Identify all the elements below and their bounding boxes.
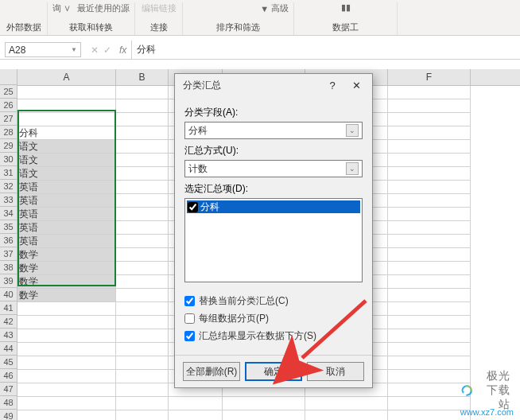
cell[interactable] <box>17 370 115 383</box>
pagebreak-checkbox[interactable] <box>184 313 195 324</box>
row-header[interactable]: 38 <box>0 261 17 274</box>
cell[interactable] <box>388 167 470 181</box>
fx-label[interactable]: fx <box>114 41 131 59</box>
field-select[interactable]: 分科 ⌄ <box>184 122 363 139</box>
cell[interactable] <box>116 99 168 113</box>
cell[interactable] <box>17 397 115 410</box>
cell[interactable] <box>305 410 387 420</box>
cell[interactable] <box>388 329 470 343</box>
ribbon-query-btn[interactable]: 询 ∨ <box>52 2 71 14</box>
cell[interactable]: 英语 <box>17 181 115 194</box>
method-select[interactable]: 计数 ⌄ <box>184 160 363 177</box>
cell[interactable]: 语文 <box>17 140 115 154</box>
cell[interactable] <box>388 302 470 316</box>
cell[interactable]: 数学 <box>17 248 115 262</box>
dialog-close-button[interactable]: ✕ <box>345 80 367 91</box>
cell[interactable] <box>116 126 168 140</box>
cell[interactable] <box>116 167 168 181</box>
cell[interactable] <box>17 316 115 329</box>
cell[interactable]: 数学 <box>17 275 115 289</box>
cancel-button[interactable]: 取消 <box>307 362 364 381</box>
row-header[interactable]: 26 <box>0 99 17 112</box>
row-header[interactable]: 40 <box>0 288 17 301</box>
cell[interactable]: 语文 <box>17 154 115 167</box>
cell[interactable] <box>388 275 470 289</box>
cell[interactable] <box>116 235 168 248</box>
cell[interactable] <box>388 140 470 154</box>
cell[interactable] <box>116 181 168 194</box>
col-header-B[interactable]: B <box>116 69 169 85</box>
cell[interactable] <box>388 410 470 420</box>
ribbon-external-data[interactable]: 外部数据 <box>6 21 41 33</box>
row-header[interactable]: 43 <box>0 329 17 342</box>
cell[interactable]: 英语 <box>17 235 115 248</box>
cell[interactable] <box>388 208 470 221</box>
cell[interactable] <box>388 126 470 140</box>
cell[interactable] <box>116 410 168 420</box>
select-all-corner[interactable] <box>0 69 17 85</box>
replace-checkbox[interactable] <box>184 296 195 306</box>
replace-checkbox-row[interactable]: 替换当前分类汇总(C) <box>184 294 363 308</box>
cell[interactable] <box>388 356 470 370</box>
cell[interactable] <box>388 154 470 167</box>
cell[interactable] <box>388 113 470 126</box>
cell[interactable] <box>169 410 222 420</box>
cell[interactable] <box>17 383 115 397</box>
ok-button[interactable]: 确定 <box>245 362 302 381</box>
name-box[interactable]: A28 ▼ <box>5 42 81 57</box>
row-header[interactable]: 29 <box>0 139 17 153</box>
cell[interactable]: 数学 <box>17 289 115 302</box>
col-header-F[interactable]: F <box>388 69 471 85</box>
cell[interactable] <box>388 86 470 99</box>
cell[interactable] <box>116 329 168 343</box>
cell[interactable] <box>388 99 470 113</box>
cell[interactable] <box>17 113 115 126</box>
cell[interactable] <box>169 397 222 410</box>
ribbon-recent-sources-btn[interactable]: 最近使用的源 <box>77 2 130 14</box>
item-checkbox[interactable] <box>188 202 198 212</box>
cell[interactable] <box>116 262 168 275</box>
cell[interactable] <box>17 329 115 343</box>
cell[interactable] <box>116 248 168 262</box>
cell[interactable] <box>17 99 115 113</box>
row-header[interactable]: 37 <box>0 247 17 261</box>
row-header[interactable]: 44 <box>0 342 17 356</box>
ribbon-edit-links-btn[interactable]: 编辑链接 <box>142 2 177 14</box>
cell[interactable] <box>116 397 168 410</box>
columns-icon[interactable]: ▮▮ <box>341 2 351 13</box>
row-header[interactable]: 28 <box>0 126 17 139</box>
cell[interactable] <box>388 194 470 208</box>
dialog-titlebar[interactable]: 分类汇总 ? ✕ <box>175 74 372 96</box>
cell[interactable] <box>116 343 168 356</box>
cell[interactable] <box>116 275 168 289</box>
cell[interactable] <box>388 397 470 410</box>
cell[interactable] <box>116 221 168 235</box>
cell[interactable]: 语文 <box>17 167 115 181</box>
cell[interactable] <box>388 370 470 383</box>
cell[interactable]: 英语 <box>17 194 115 208</box>
row-header[interactable]: 42 <box>0 315 17 329</box>
cell[interactable] <box>305 397 387 410</box>
cell[interactable] <box>116 383 168 397</box>
row-header[interactable]: 47 <box>0 383 17 396</box>
row-header[interactable]: 45 <box>0 356 17 369</box>
ribbon-advanced-btn[interactable]: ▼ 高级 <box>260 2 289 14</box>
chevron-down-icon[interactable]: ⌄ <box>346 162 359 175</box>
row-header[interactable]: 27 <box>0 112 17 126</box>
cell[interactable] <box>388 235 470 248</box>
cell[interactable] <box>116 113 168 126</box>
cell[interactable] <box>388 248 470 262</box>
cell[interactable] <box>388 383 470 397</box>
belowdata-checkbox-row[interactable]: 汇总结果显示在数据下方(S) <box>184 329 363 343</box>
row-header[interactable]: 30 <box>0 153 17 166</box>
col-header-A[interactable]: A <box>17 69 116 85</box>
cell[interactable] <box>223 397 305 410</box>
cell[interactable] <box>17 302 115 316</box>
cell[interactable] <box>17 356 115 370</box>
cell[interactable] <box>116 208 168 221</box>
row-header[interactable]: 34 <box>0 207 17 220</box>
cell[interactable] <box>17 410 115 420</box>
cell[interactable] <box>116 316 168 329</box>
list-item[interactable]: 分科 <box>187 200 360 213</box>
row-header[interactable]: 48 <box>0 396 17 410</box>
